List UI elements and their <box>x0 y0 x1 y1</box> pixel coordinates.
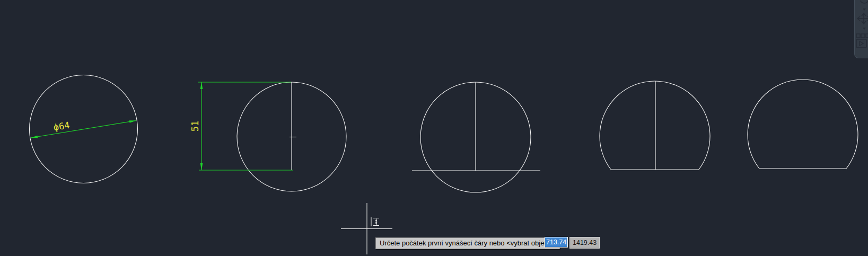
navigation-wheel-icon[interactable] <box>860 1 868 3</box>
dim-diameter-line[interactable] <box>31 136 38 138</box>
dim-diameter-label[interactable]: ϕ64 <box>52 120 70 133</box>
dynamic-input-x-field[interactable]: 713.74 <box>545 237 568 248</box>
dim-51-line[interactable] <box>200 82 203 89</box>
dynamic-input-y-value[interactable]: 1419.43 <box>573 239 597 246</box>
showmotion-play-icon[interactable] <box>856 39 866 48</box>
drawing-canvas[interactable]: ϕ6451 <box>0 0 868 256</box>
shape-4-outline[interactable] <box>600 81 710 170</box>
dim-51-label[interactable]: 51 <box>190 121 200 131</box>
cursor-badge-arrow <box>375 223 378 225</box>
expand-down-icon[interactable] <box>863 8 866 11</box>
navigation-bar <box>854 0 868 58</box>
expand-down-icon[interactable] <box>863 28 866 30</box>
dynamic-input-y-field[interactable]: 1419.43 <box>569 237 600 249</box>
dynamic-input-prompt: Určete počátek první vynášecí čáry nebo … <box>375 237 560 249</box>
cursor-badge-arrow <box>375 219 378 222</box>
autocad-model-space: ϕ6451 <box>0 0 868 256</box>
dim-diameter-line[interactable] <box>129 120 136 123</box>
pan-icon[interactable] <box>857 13 868 24</box>
dynamic-input-prompt-text: Určete počátek první vynášecí čáry nebo … <box>380 239 556 247</box>
shape-5-outline[interactable] <box>748 80 858 169</box>
dim-51-line[interactable] <box>200 163 203 170</box>
showmotion-frames-icon[interactable] <box>856 34 868 38</box>
dim-diameter-line[interactable] <box>31 121 136 138</box>
dynamic-input-x-value[interactable]: 713.74 <box>545 237 567 247</box>
